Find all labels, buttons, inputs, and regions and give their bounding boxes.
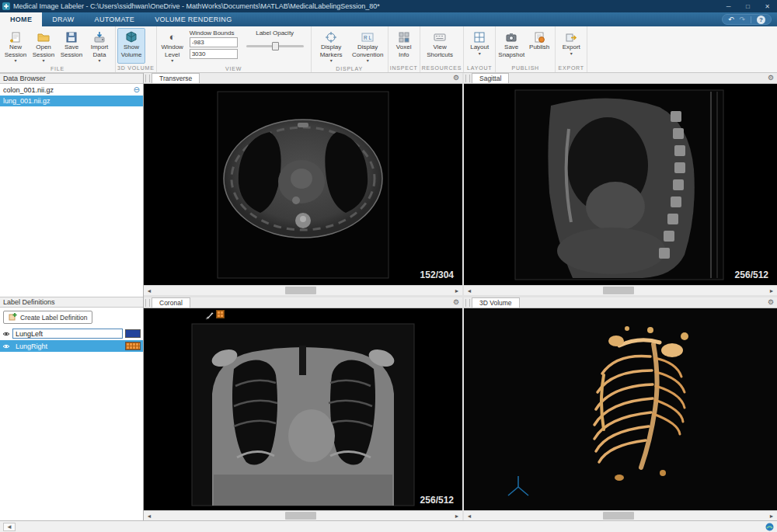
- volume3d-render-canvas[interactable]: [464, 308, 777, 510]
- new-session-button[interactable]: New Session ▾: [2, 28, 30, 64]
- label-row-lungright[interactable]: LungRight: [0, 340, 143, 352]
- export-button[interactable]: Export ▾: [557, 28, 585, 64]
- label-opacity-slider-thumb[interactable]: [272, 42, 279, 50]
- scroll-left-icon[interactable]: ◄: [144, 511, 155, 520]
- scroll-left-icon[interactable]: ◄: [144, 286, 155, 295]
- toolstrip-tab-row: HOME DRAW AUTOMATE VOLUME RENDERING ↶ ↷ …: [0, 12, 777, 26]
- export-label: Export: [563, 43, 580, 51]
- section-export: Export ▾ EXPORT: [556, 26, 587, 72]
- community-globe-icon[interactable]: [765, 523, 774, 531]
- show-volume-toggle[interactable]: Show Volume: [117, 28, 145, 64]
- view-shortcuts-button[interactable]: View Shortcuts: [422, 28, 458, 64]
- scroll-thumb[interactable]: [285, 512, 316, 520]
- tab-coronal[interactable]: Coronal: [152, 297, 190, 308]
- window-bounds-max-input[interactable]: [190, 49, 238, 59]
- sidebar: Data Browser colon_001.nii.gz ⊖ lung_001…: [0, 73, 144, 520]
- scroll-thumb[interactable]: [285, 287, 316, 294]
- chevron-down-icon: ▾: [330, 58, 333, 64]
- scroll-track[interactable]: [475, 286, 766, 295]
- visibility-eye-icon[interactable]: [2, 331, 10, 337]
- scroll-right-icon[interactable]: ►: [766, 511, 777, 520]
- transverse-image-canvas[interactable]: 152/304: [144, 84, 462, 285]
- scroll-track[interactable]: [155, 286, 451, 295]
- list-item-lung[interactable]: lung_001.nii.gz: [0, 96, 143, 106]
- scroll-track[interactable]: [155, 511, 451, 520]
- viewport-grid: Transverse ⚙: [144, 73, 777, 520]
- minimize-button[interactable]: ─: [719, 0, 738, 12]
- slice-indicator: 256/512: [735, 269, 768, 280]
- voxel-info-button[interactable]: Voxel Info: [390, 28, 418, 64]
- open-session-button[interactable]: Open Session ▾: [30, 28, 57, 64]
- window-bounds-min-input[interactable]: [190, 37, 238, 47]
- create-label-plus-icon: [9, 312, 17, 322]
- tab-transverse[interactable]: Transverse: [152, 73, 200, 83]
- label-name-field[interactable]: LungLeft: [12, 329, 123, 339]
- collapse-panel-icon[interactable]: ◄: [3, 523, 16, 531]
- layout-label: Layout: [470, 43, 489, 51]
- label-color-swatch[interactable]: [125, 329, 141, 338]
- chevron-down-icon: ▾: [42, 58, 44, 64]
- scroll-thumb[interactable]: [603, 287, 634, 294]
- gear-icon[interactable]: ⚙: [768, 299, 774, 306]
- redo-icon[interactable]: ↷: [739, 16, 745, 23]
- label-color-swatch[interactable]: [125, 342, 141, 350]
- tab-sagittal[interactable]: Sagittal: [472, 73, 509, 83]
- display-markers-button[interactable]: Display Markers ▾: [313, 28, 350, 64]
- help-icon[interactable]: ?: [757, 16, 765, 24]
- show-volume-label: Show Volume: [118, 43, 145, 58]
- gear-icon[interactable]: ⚙: [453, 75, 459, 82]
- app-icon: [2, 2, 10, 10]
- tab-automate[interactable]: AUTOMATE: [85, 12, 145, 26]
- import-data-button[interactable]: Import Data ▾: [85, 28, 113, 64]
- scroll-right-icon[interactable]: ►: [451, 511, 462, 520]
- scroll-right-icon[interactable]: ►: [766, 286, 777, 295]
- section-export-label: EXPORT: [557, 64, 585, 72]
- titlebar: Medical Image Labeler - C:\Users\ssidhwa…: [0, 0, 777, 12]
- scroll-right-icon[interactable]: ►: [451, 286, 462, 295]
- save-session-button[interactable]: Save Session: [57, 28, 85, 64]
- tab-volume-rendering[interactable]: VOLUME RENDERING: [145, 12, 242, 26]
- chevron-down-icon: ▾: [479, 51, 481, 57]
- scroll-left-icon[interactable]: ◄: [464, 286, 475, 295]
- section-file-label: FILE: [2, 64, 113, 73]
- tab-3d-volume[interactable]: 3D Volume: [472, 297, 520, 308]
- svg-text:R L: R L: [364, 34, 372, 40]
- gear-icon[interactable]: ⚙: [768, 75, 774, 82]
- label-name-field[interactable]: LungRight: [12, 341, 123, 351]
- create-label-definition-button[interactable]: Create Label Definition: [3, 311, 92, 324]
- scroll-thumb[interactable]: [603, 512, 634, 520]
- undo-icon[interactable]: ↶: [728, 16, 734, 23]
- sagittal-image-canvas[interactable]: 256/512: [464, 84, 777, 285]
- visibility-eye-icon[interactable]: [2, 343, 10, 349]
- save-snapshot-icon: [505, 30, 517, 43]
- window-title: Medical Image Labeler - C:\Users\ssidhwa…: [13, 2, 380, 10]
- label-row-lungleft[interactable]: LungLeft: [0, 328, 143, 339]
- publish-button[interactable]: Publish: [525, 28, 553, 64]
- tab-draw[interactable]: DRAW: [42, 12, 84, 26]
- scroll-left-icon[interactable]: ◄: [464, 511, 475, 520]
- gear-icon[interactable]: ⚙: [453, 299, 459, 306]
- save-snapshot-button[interactable]: Save Snapshot: [497, 28, 525, 64]
- publish-icon: [533, 30, 545, 43]
- close-button[interactable]: ✕: [758, 0, 777, 12]
- label-opacity-slider[interactable]: [246, 45, 304, 47]
- open-session-icon: [37, 30, 50, 43]
- file-name: colon_001.nii.gz: [3, 86, 54, 94]
- section-display-label: DISPLAY: [313, 64, 386, 73]
- voxel-info-label: Voxel Info: [391, 43, 417, 58]
- display-convention-button[interactable]: R L Display Convention ▾: [350, 28, 386, 64]
- list-item-colon[interactable]: colon_001.nii.gz ⊖: [0, 85, 143, 96]
- tab-home[interactable]: HOME: [0, 12, 42, 26]
- ribbon-toolbar: New Session ▾ Open Session ▾ Save Sessio…: [0, 26, 777, 73]
- scroll-track[interactable]: [475, 511, 766, 520]
- window-level-button[interactable]: ◐ Window Level ▾: [159, 28, 186, 64]
- display-convention-label: Display Convention: [350, 43, 385, 58]
- viewport-3d-volume: 3D Volume ⚙: [464, 297, 777, 520]
- maximize-button[interactable]: □: [738, 0, 758, 12]
- layout-button[interactable]: Layout ▾: [465, 28, 493, 64]
- section-publish: Save Snapshot Publish PUBLISH: [496, 26, 556, 72]
- coronal-image-canvas[interactable]: 256/512: [144, 308, 462, 510]
- section-inspect: Voxel Info INSPECT: [388, 26, 420, 72]
- remove-file-icon[interactable]: ⊖: [134, 86, 140, 94]
- transverse-tabbar: Transverse ⚙: [144, 73, 462, 84]
